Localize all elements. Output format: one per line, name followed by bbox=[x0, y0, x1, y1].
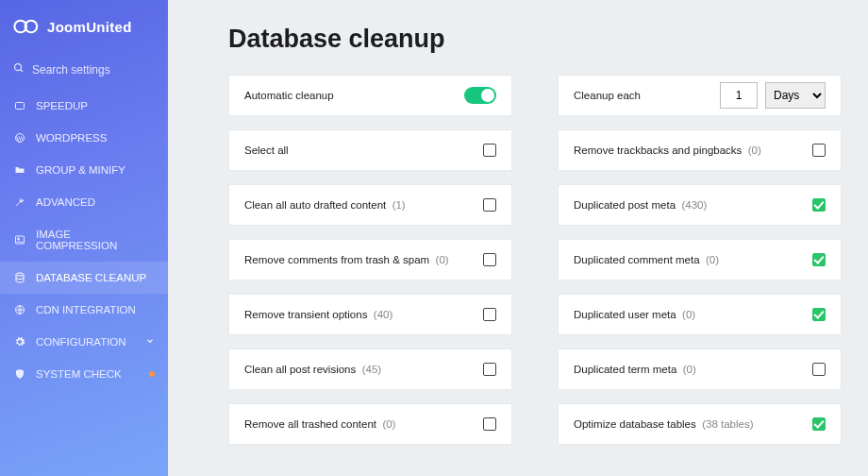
option-dup-term-meta: Duplicated term meta (0) bbox=[558, 348, 842, 390]
sidebar-item-speedup[interactable]: SPEEDUP bbox=[0, 90, 168, 122]
sidebar-item-image-compression[interactable]: IMAGE COMPRESSION bbox=[0, 218, 168, 262]
search-icon bbox=[13, 62, 25, 76]
select-all-checkbox[interactable] bbox=[483, 144, 496, 157]
sidebar-item-database-cleanup[interactable]: DATABASE CLEANUP bbox=[0, 262, 168, 294]
search-input[interactable] bbox=[32, 63, 155, 76]
option-select-all: Select all bbox=[228, 129, 512, 171]
svg-point-7 bbox=[17, 238, 19, 240]
remove-transient-checkbox[interactable] bbox=[483, 308, 496, 321]
brand-logo-icon bbox=[13, 15, 40, 38]
option-label: Remove transient options (40) bbox=[244, 309, 392, 320]
sidebar-item-system-check[interactable]: SYSTEM CHECK bbox=[0, 358, 168, 390]
option-label: Select all bbox=[244, 144, 289, 156]
option-dup-user-meta: Duplicated user meta (0) bbox=[558, 294, 842, 335]
option-remove-transient: Remove transient options (40) bbox=[228, 294, 512, 335]
option-label: Cleanup each bbox=[574, 90, 641, 101]
svg-point-8 bbox=[16, 273, 24, 276]
brand: JoomUnited bbox=[0, 0, 168, 55]
dup-comment-meta-checkbox[interactable] bbox=[812, 253, 826, 266]
sidebar-item-cdn-integration[interactable]: CDN INTEGRATION bbox=[0, 294, 168, 326]
sidebar-nav: SPEEDUP WORDPRESS GROUP & MINIFY ADVANCE… bbox=[0, 90, 168, 390]
optimize-tables-checkbox[interactable] bbox=[812, 417, 826, 431]
dup-term-meta-checkbox[interactable] bbox=[812, 363, 826, 376]
remove-trash-spam-checkbox[interactable] bbox=[483, 253, 496, 266]
option-label: Clean all post revisions (45) bbox=[244, 364, 381, 375]
option-remove-trash-spam: Remove comments from trash & spam (0) bbox=[228, 239, 512, 280]
option-label: Remove all trashed content (0) bbox=[244, 418, 395, 430]
option-label: Remove trackbacks and pingbacks (0) bbox=[574, 144, 761, 156]
sidebar-item-label: CDN INTEGRATION bbox=[36, 304, 136, 315]
option-label: Duplicated term meta (0) bbox=[574, 364, 696, 375]
option-label: Duplicated post meta (430) bbox=[574, 199, 707, 211]
image-icon bbox=[13, 234, 26, 246]
sidebar-item-label: DATABASE CLEANUP bbox=[36, 272, 146, 283]
right-column: Cleanup each Days Remove trackbacks and … bbox=[558, 75, 842, 476]
dup-user-meta-checkbox[interactable] bbox=[812, 308, 826, 321]
sidebar-item-label: ADVANCED bbox=[36, 196, 95, 208]
search-box[interactable] bbox=[0, 55, 168, 90]
svg-point-2 bbox=[15, 64, 22, 71]
page-title: Database cleanup bbox=[228, 25, 842, 54]
cleanup-each-input[interactable] bbox=[720, 82, 758, 109]
left-column: Automatic cleanup Select all Clean all a… bbox=[228, 75, 512, 476]
wrench-icon bbox=[13, 196, 26, 208]
option-label: Clean all auto drafted content (1) bbox=[244, 199, 406, 211]
sidebar-item-wordpress[interactable]: WORDPRESS bbox=[0, 122, 168, 154]
option-clean-revisions: Clean all post revisions (45) bbox=[228, 348, 512, 390]
option-dup-comment-meta: Duplicated comment meta (0) bbox=[558, 239, 842, 280]
option-remove-trackbacks: Remove trackbacks and pingbacks (0) bbox=[558, 129, 842, 171]
sidebar: JoomUnited SPEEDUP WORDPRESS GROUP & MIN… bbox=[0, 0, 168, 476]
option-dup-post-meta: Duplicated post meta (430) bbox=[558, 184, 842, 226]
option-label: Duplicated comment meta (0) bbox=[574, 254, 719, 265]
option-optimize-tables: Optimize database tables (38 tables) bbox=[558, 403, 842, 445]
chevron-down-icon bbox=[145, 336, 155, 348]
alert-dot-icon bbox=[149, 371, 155, 377]
sidebar-item-configuration[interactable]: CONFIGURATION bbox=[0, 326, 168, 358]
option-automatic-cleanup: Automatic cleanup bbox=[228, 75, 512, 116]
clean-auto-drafted-checkbox[interactable] bbox=[483, 198, 496, 212]
svg-rect-4 bbox=[16, 103, 25, 110]
gauge-icon bbox=[13, 100, 26, 111]
gear-icon bbox=[13, 336, 26, 348]
shield-check-icon bbox=[13, 368, 26, 380]
sidebar-item-advanced[interactable]: ADVANCED bbox=[0, 186, 168, 218]
option-remove-trashed: Remove all trashed content (0) bbox=[228, 403, 512, 445]
brand-name: JoomUnited bbox=[47, 19, 132, 35]
remove-trashed-checkbox[interactable] bbox=[483, 417, 496, 431]
globe-icon bbox=[13, 304, 26, 315]
clean-revisions-checkbox[interactable] bbox=[483, 363, 496, 376]
cleanup-each-unit-select[interactable]: Days bbox=[765, 82, 826, 109]
sidebar-item-label: SPEEDUP bbox=[36, 100, 88, 111]
automatic-cleanup-toggle[interactable] bbox=[464, 87, 496, 104]
main-content: Database cleanup Automatic cleanup Selec… bbox=[168, 0, 868, 476]
folder-icon bbox=[13, 164, 26, 176]
option-label: Duplicated user meta (0) bbox=[574, 309, 695, 320]
sidebar-item-label: CONFIGURATION bbox=[36, 336, 126, 348]
sidebar-item-label: SYSTEM CHECK bbox=[36, 368, 122, 380]
sidebar-item-label: WORDPRESS bbox=[36, 132, 107, 144]
database-icon bbox=[13, 272, 26, 283]
dup-post-meta-checkbox[interactable] bbox=[812, 198, 826, 212]
option-label: Optimize database tables (38 tables) bbox=[574, 418, 754, 430]
option-cleanup-each: Cleanup each Days bbox=[558, 75, 842, 116]
svg-line-3 bbox=[21, 70, 24, 73]
sidebar-item-label: IMAGE COMPRESSION bbox=[36, 229, 155, 251]
sidebar-item-label: GROUP & MINIFY bbox=[36, 164, 125, 176]
remove-trackbacks-checkbox[interactable] bbox=[812, 144, 826, 157]
option-clean-auto-drafted: Clean all auto drafted content (1) bbox=[228, 184, 512, 226]
option-label: Automatic cleanup bbox=[244, 90, 334, 101]
sidebar-item-group-minify[interactable]: GROUP & MINIFY bbox=[0, 154, 168, 186]
wordpress-icon bbox=[13, 132, 26, 144]
option-label: Remove comments from trash & spam (0) bbox=[244, 254, 449, 265]
